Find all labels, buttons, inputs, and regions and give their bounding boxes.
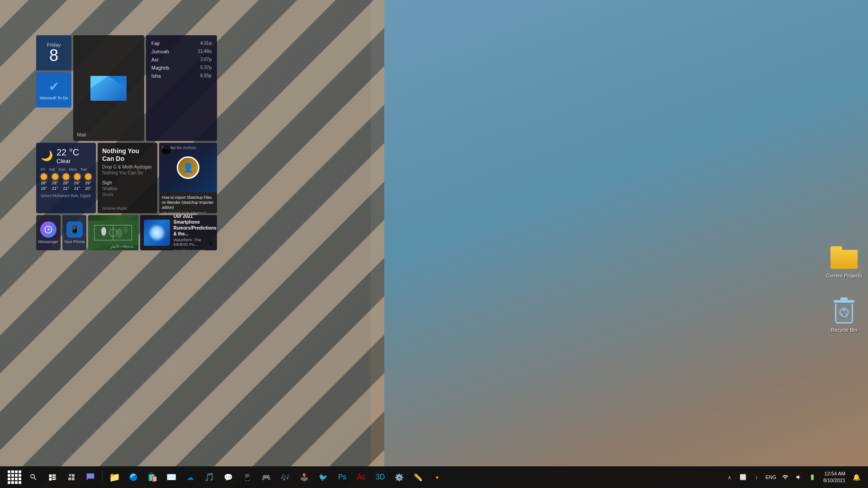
podcast-artwork: [144, 220, 170, 246]
tile-sports[interactable]: الأخبار • Micros...: [88, 215, 138, 250]
taskbar-twitter-button[interactable]: 🐦: [314, 468, 332, 486]
tiles-panel: Friday 8 ✔ Microsoft To Do Mail Fajr 4:3…: [36, 35, 217, 250]
network-icon: [782, 474, 788, 480]
weather-desc: Clear: [57, 158, 79, 164]
yourphone-icon: 📱: [66, 221, 83, 238]
tile-prayer[interactable]: Fajr 4:31a Jumuah 11:48a Asr 3:07p Maghr…: [146, 35, 217, 141]
messenger-label: Messenger: [38, 239, 59, 244]
taskbar-widgets-button[interactable]: [62, 468, 80, 486]
current-projects-label: Current Projects: [826, 273, 862, 279]
weather-temp: 22 °C: [57, 147, 79, 158]
edge-icon: [129, 473, 138, 482]
tray-volume-icon[interactable]: [793, 468, 805, 486]
tray-language[interactable]: ENG: [764, 474, 778, 480]
sports-overlay-text: الأخبار • Micros...: [110, 244, 136, 249]
tile-music[interactable]: Nothing You Can Do Drop G & Melih Aydoga…: [98, 143, 157, 213]
taskbar-wacom-button[interactable]: ✏️: [409, 468, 427, 486]
svg-point-6: [124, 226, 127, 233]
widgets-icon: [67, 473, 75, 481]
tray-hotspot-icon[interactable]: ↕: [750, 468, 763, 486]
tray-tablet-icon[interactable]: ⬜: [736, 468, 749, 486]
sun-icon: [52, 174, 58, 180]
taskbar: 📁 🛍️ ✉️ ☁ 🎵 💬 📱 🎮 🎶 🕹️ 🐦 Ps Ac 3D ⚙️ ✏️ …: [0, 466, 868, 488]
sun-icon: [41, 174, 47, 180]
taskbar-file-explorer-button[interactable]: 📁: [105, 468, 123, 486]
recycle-bin-label: Recycle Bin: [831, 327, 857, 333]
tray-network-icon[interactable]: [779, 468, 792, 486]
taskbar-whatsapp-button[interactable]: 📱: [238, 468, 256, 486]
taskbar-separator-1: [102, 471, 103, 483]
bin-lid-icon: [834, 300, 854, 303]
calendar-day-name: Friday: [47, 42, 61, 47]
recycle-arrows-svg: [837, 306, 851, 320]
weather-moon-icon: 🌙: [41, 150, 53, 162]
tile-weather[interactable]: 🌙 22 °C Clear Fri Sat Sun Mon Tue 28°19°…: [36, 143, 96, 213]
taskbar-onedrive-button[interactable]: ☁: [181, 468, 199, 486]
tile-mail[interactable]: Mail: [73, 35, 144, 141]
mail-envelope-icon: [90, 76, 127, 101]
taskbar-photoshop-button[interactable]: Ps: [333, 468, 351, 486]
tile-podcast[interactable]: Our 2021 Smartphone Rumors/Predictions &…: [140, 215, 217, 250]
music-track2-album: Souls: [102, 192, 153, 197]
taskbar-blender-button[interactable]: 🔸: [428, 468, 446, 486]
taskbar-teams-button[interactable]: [81, 468, 99, 486]
search-icon: [29, 473, 38, 481]
taskbar-groove-button[interactable]: 🎶: [276, 468, 294, 486]
tray-notification-icon[interactable]: 🔔: [850, 468, 863, 486]
yourphone-label: Your Phone: [64, 239, 85, 244]
taskbar-xbox-button[interactable]: 🕹️: [295, 468, 313, 486]
taskbar-store-button[interactable]: 🛍️: [143, 468, 161, 486]
tile-todo[interactable]: ✔ Microsoft To Do: [36, 72, 71, 108]
sun-icon: [63, 174, 69, 180]
tray-battery-icon[interactable]: 🔋: [806, 468, 819, 486]
weather-main: 🌙 22 °C Clear: [41, 147, 91, 164]
music-app-label: Groove Music: [102, 206, 127, 211]
taskbar-system-tray: ∧ ⬜ ↕ ENG 🔋 12:54 AM 8/10/2021 🔔: [723, 468, 863, 486]
svg-point-5: [117, 229, 122, 237]
todo-label: Microsoft To Do: [40, 96, 68, 101]
music-title: Nothing You Can Do: [102, 147, 153, 163]
youtube-subtitle: I BLENDER FOR ARCHVIZ: [162, 211, 214, 213]
tiles-col-left: Friday 8 ✔ Microsoft To Do: [36, 35, 71, 141]
tray-overflow-button[interactable]: ∧: [723, 468, 736, 486]
taskbar-photos-button[interactable]: 🎵: [200, 468, 218, 486]
task-view-icon: [48, 473, 57, 481]
music-track2: Sigh: [102, 180, 153, 185]
tile-messenger[interactable]: Messenger: [36, 215, 61, 250]
taskbar-edge-button[interactable]: [124, 468, 142, 486]
taskbar-messenger-button[interactable]: 💬: [219, 468, 237, 486]
taskbar-acrobat-button[interactable]: Ac: [352, 468, 370, 486]
taskbar-settings-button[interactable]: ⚙️: [390, 468, 408, 486]
start-button[interactable]: [5, 468, 24, 486]
prayer-maghrib: Maghrib 5:37p: [151, 65, 212, 70]
messenger-icon: [40, 221, 57, 238]
start-grid-icon: [8, 470, 21, 484]
taskbar-task-view-button[interactable]: [43, 468, 61, 486]
taskbar-clock[interactable]: 12:54 AM 8/10/2021: [820, 470, 849, 484]
youtube-avatar: 👤: [177, 156, 199, 179]
taskbar-3dbuilder-button[interactable]: 3D: [371, 468, 389, 486]
play-icon: ▶: [162, 145, 171, 155]
sun-icon: [85, 174, 91, 180]
bin-body-icon: [835, 304, 853, 324]
tiles-row-2: 🌙 22 °C Clear Fri Sat Sun Mon Tue 28°19°…: [36, 143, 217, 213]
calendar-day-num: 8: [49, 47, 58, 64]
tile-yourphone[interactable]: 📱 Your Phone: [62, 215, 87, 250]
music-artist: Drop G & Melih Aydogan: [102, 164, 153, 169]
taskbar-date: 8/10/2021: [823, 477, 845, 484]
folder-icon-image: [830, 244, 858, 271]
sports-image: الأخبار • Micros...: [88, 215, 138, 250]
taskbar-mail-button[interactable]: ✉️: [162, 468, 180, 486]
prayer-isha: Isha 6:55p: [151, 73, 212, 79]
desktop-icon-current-projects[interactable]: Current Projects: [826, 244, 862, 279]
desktop-icon-recycle-bin[interactable]: Recycle Bin: [826, 298, 862, 333]
taskbar-search-button[interactable]: [24, 468, 42, 486]
taskbar-epic-button[interactable]: 🎮: [257, 468, 275, 486]
recycle-bin-icon-image: [830, 298, 858, 325]
tile-calendar[interactable]: Friday 8: [36, 35, 71, 70]
tile-youtube[interactable]: Blender for Archviz 👤 ▶ How to import Sk…: [159, 143, 217, 213]
mail-label: Mail: [77, 132, 86, 137]
sky-bg: [371, 0, 868, 488]
sun-icon: [74, 174, 80, 180]
prayer-asr: Asr 3:07p: [151, 57, 212, 62]
